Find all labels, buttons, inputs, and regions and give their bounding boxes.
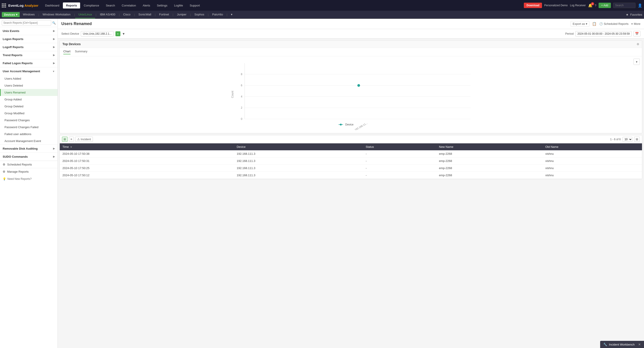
chart-settings-icon[interactable]: ⚙ bbox=[636, 42, 639, 46]
nav-alerts[interactable]: Alerts bbox=[140, 2, 153, 8]
sidebar-section-sudo-header[interactable]: SUDO Commands ▶ bbox=[0, 153, 58, 161]
cell-device: 192.168.111.3 bbox=[234, 150, 363, 157]
sidebar-item-users-renamed[interactable]: Users Renamed bbox=[0, 89, 58, 96]
gear-icon: ⚙ bbox=[3, 163, 5, 166]
svg-text:8: 8 bbox=[241, 73, 242, 76]
help-icon[interactable]: ? bbox=[595, 4, 596, 7]
nav-items: Dashboard Reports Compliance Search Corr… bbox=[42, 2, 524, 8]
col-new-name[interactable]: New Name bbox=[436, 143, 543, 150]
nav-compliance[interactable]: Compliance bbox=[80, 2, 102, 8]
sidebar-item-users-added[interactable]: Users Added bbox=[0, 75, 58, 82]
incident-button[interactable]: ⚠ Incident bbox=[75, 137, 93, 142]
sidebar-item-account-mgmt[interactable]: Account Management Event bbox=[0, 138, 58, 144]
nav-support[interactable]: Support bbox=[186, 2, 203, 8]
sidebar-item-group-added[interactable]: Group Added bbox=[0, 96, 58, 103]
device-select-button[interactable]: Unix,Unix,192.168.2.1... bbox=[81, 31, 114, 36]
col-status[interactable]: Status bbox=[363, 143, 436, 150]
chart-area: ▾ 0 2 4 6 8 Count bbox=[60, 56, 642, 133]
sidebar-item-group-modified[interactable]: Group Modified bbox=[0, 110, 58, 117]
column-toggle-button[interactable]: ⊞ bbox=[634, 137, 640, 142]
download-button[interactable]: Download bbox=[524, 3, 542, 8]
favorites-label[interactable]: Favorites bbox=[630, 13, 642, 16]
nav-dashboard[interactable]: Dashboard bbox=[42, 2, 62, 8]
sidebar-section-unix-header[interactable]: Unix Events ▶ bbox=[0, 27, 58, 35]
clock-icon: 🕐 bbox=[599, 22, 603, 25]
nav-correlation[interactable]: Correlation bbox=[118, 2, 139, 8]
cell-new-name: emp-2268 bbox=[436, 157, 543, 165]
chart-tab-summary[interactable]: Summary bbox=[75, 50, 88, 54]
sidebar-section-removable-header[interactable]: Removable Disk Auditing ▶ bbox=[0, 145, 58, 153]
export-icon[interactable]: 📋 bbox=[592, 22, 596, 26]
device-dropdown-button[interactable]: Devices ▾ bbox=[2, 12, 20, 17]
manage-reports-label: Manage Reports bbox=[7, 170, 29, 173]
device-tab-sonicwall[interactable]: SonicWall bbox=[135, 11, 154, 18]
workbench-close-button[interactable]: ✕ bbox=[638, 343, 641, 346]
device-tab-workstation[interactable]: Windows Workstation bbox=[40, 11, 74, 18]
nav-logme[interactable]: LogMe bbox=[171, 2, 186, 8]
cell-status: - bbox=[363, 157, 436, 165]
device-tab-ibm[interactable]: IBM AS/400 bbox=[97, 11, 118, 18]
chart-collapse-button[interactable]: ▾ bbox=[634, 59, 640, 65]
expand-arrow-icon: ▶ bbox=[53, 155, 55, 158]
sidebar-item-failed-user-additions[interactable]: Failed user additions bbox=[0, 131, 58, 138]
sidebar-section-trend: Trend Reports ▶ bbox=[0, 51, 58, 59]
table-row: 2024-05-10 17:50:25 192.168.111.3 - emp-… bbox=[60, 165, 642, 172]
scheduled-reports-label: Scheduled Reports bbox=[7, 163, 32, 166]
nav-settings[interactable]: Settings bbox=[154, 2, 170, 8]
sidebar-item-password-changes[interactable]: Password Changes bbox=[0, 117, 58, 124]
top-search-input[interactable] bbox=[613, 3, 636, 8]
add-button[interactable]: + Add bbox=[598, 3, 611, 8]
sidebar-section-unix-label: Unix Events bbox=[3, 29, 19, 33]
chart-tab-chart[interactable]: Chart bbox=[63, 50, 70, 54]
device-tab-sophos[interactable]: Sophos bbox=[191, 11, 208, 18]
add-device-button[interactable]: + bbox=[116, 31, 120, 36]
col-old-name[interactable]: Old Name bbox=[543, 143, 642, 150]
device-tab-windows[interactable]: Windows bbox=[20, 11, 38, 18]
device-tab-fortinet[interactable]: Fortinet bbox=[156, 11, 172, 18]
per-page-select[interactable]: 10 25 50 bbox=[622, 137, 632, 142]
nav-search[interactable]: Search bbox=[103, 2, 118, 8]
sidebar: 🔍 Unix Events ▶ Logon Reports ▶ Logoff R… bbox=[0, 19, 58, 348]
calendar-button[interactable]: 📅 bbox=[634, 31, 640, 36]
nav-reports[interactable]: Reports bbox=[63, 2, 80, 8]
manage-reports-sidebar-btn[interactable]: ⚙ Manage Reports bbox=[0, 168, 58, 175]
col-time[interactable]: Time ▼ bbox=[60, 143, 234, 150]
sidebar-section-logon-header[interactable]: Logon Reports ▶ bbox=[0, 35, 58, 43]
filter-icon[interactable]: ▼ bbox=[122, 32, 125, 35]
scheduled-reports-sidebar-btn[interactable]: ⚙ Scheduled Reports bbox=[0, 161, 58, 168]
sidebar-section-logoff-header[interactable]: Logoff Reports ▶ bbox=[0, 43, 58, 51]
sidebar-item-password-changes-failed[interactable]: Password Changes Failed bbox=[0, 124, 58, 131]
export-as-button[interactable]: Export as ▾ bbox=[570, 21, 590, 27]
sidebar-search-input[interactable] bbox=[2, 20, 51, 25]
device-tab-juniper[interactable]: Juniper bbox=[174, 11, 190, 18]
grid-icon[interactable] bbox=[2, 3, 6, 7]
sidebar-section-logoff: Logoff Reports ▶ bbox=[0, 43, 58, 51]
search-icon: 🔍 bbox=[52, 21, 56, 24]
device-tab-cisco[interactable]: Cisco bbox=[120, 11, 134, 18]
cell-time: 2024-05-10 17:50:25 bbox=[60, 165, 234, 172]
sidebar-section-uam-header[interactable]: User Account Management ▼ bbox=[0, 67, 58, 75]
device-tab-paloalto[interactable]: PaloAlto bbox=[209, 11, 226, 18]
personalized-demo-link[interactable]: Personalized Demo bbox=[544, 4, 568, 7]
device-tab-more[interactable]: ▾ bbox=[228, 11, 236, 18]
sidebar-section-failed-logon-header[interactable]: Failed Logon Reports ▶ bbox=[0, 59, 58, 67]
col-device[interactable]: Device bbox=[234, 143, 363, 150]
svg-text:2: 2 bbox=[241, 106, 242, 109]
scheduled-reports-button[interactable]: 🕐 Scheduled Reports bbox=[599, 22, 628, 25]
incident-workbench-panel[interactable]: 🔧 Incident Workbench ✕ bbox=[600, 341, 644, 348]
sidebar-section-removable-label: Removable Disk Auditing bbox=[3, 147, 38, 150]
user-avatar-icon[interactable]: 👤 bbox=[638, 3, 642, 7]
sidebar-section-sudo: SUDO Commands ▶ bbox=[0, 153, 58, 161]
sort-icon: ▼ bbox=[70, 146, 72, 148]
list-view-button[interactable]: ≡ bbox=[69, 137, 74, 142]
notification-bell[interactable]: 🔔 2 bbox=[588, 3, 592, 7]
grid-view-button[interactable]: ⊞ bbox=[62, 137, 68, 142]
log-receiver-link[interactable]: Log Receiver bbox=[570, 4, 586, 7]
sidebar-section-trend-header[interactable]: Trend Reports ▶ bbox=[0, 51, 58, 59]
sidebar-item-users-deleted[interactable]: Users Deleted bbox=[0, 82, 58, 89]
sidebar-item-group-deleted[interactable]: Group Deleted bbox=[0, 103, 58, 110]
favorites-star-icon[interactable]: ★ bbox=[626, 13, 628, 16]
device-tab-unix[interactable]: Unix/Linux bbox=[75, 11, 95, 18]
more-button[interactable]: ≡ More bbox=[631, 22, 640, 25]
need-new-reports-btn[interactable]: 💡 Need New Reports? bbox=[0, 175, 58, 183]
